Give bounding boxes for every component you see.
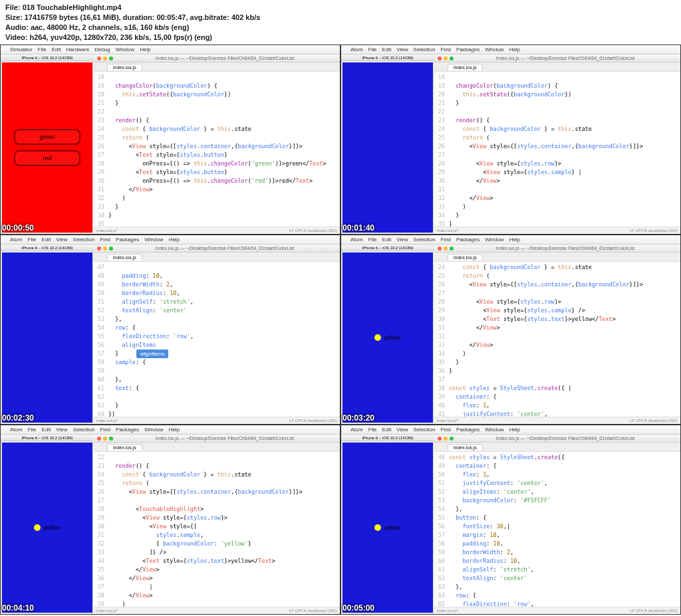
frame-1: Simulator File Edit Hardware Debug Windo… [0,45,340,235]
simulator-window: iPhone 6 – iOS 10.2 (14C89) [341,54,434,234]
sim-title: iPhone 6 – iOS 10.2 (14C89) [1,54,94,61]
editor-window: Index.ios.js — ~/Desktop/Exercise Files/… [94,54,340,234]
menubar[interactable]: AtomFileEditViewSelectionFindPackagesWin… [341,45,680,54]
green-button[interactable]: green [14,129,80,145]
red-button[interactable]: red [14,150,80,166]
frame-4: AtomFileEditViewSelectionFindPackagesWin… [340,235,681,425]
autocomplete-popup[interactable]: alignItems [136,350,168,358]
phone-screen[interactable]: green red [2,62,92,233]
size-line: Size: 17416759 bytes (16,61 MiB), durati… [5,13,676,23]
editor-title: Index.ios.js — ~/Desktop/Exercise Files/… [113,56,337,60]
file-info-header: File: 018 TouchableHighlight.mp4 Size: 1… [0,0,681,45]
phone-screen[interactable] [342,62,433,233]
menubar[interactable]: Simulator File Edit Hardware Debug Windo… [1,45,340,54]
code-area[interactable]: 1819 changeColor(backgroundColor) {20 th… [94,72,340,227]
frame-6: AtomFileEditViewSelectionFindPackagesWin… [340,425,681,615]
file-tab[interactable]: index.ios.js [107,64,142,70]
audio-line: Audio: aac, 48000 Hz, 2 channels, s16, 1… [5,23,676,33]
color-sample [374,524,381,531]
thumbnail-grid: Simulator File Edit Hardware Debug Windo… [0,45,681,615]
color-sample [374,334,381,341]
color-sample [34,524,41,531]
video-line: Video: h264, yuv420p, 1280x720, 236 kb/s… [5,33,676,43]
simulator-window: iPhone 6 – iOS 10.2 (14C89) green red [1,54,94,234]
frame-2: AtomFileEditViewSelectionFindPackagesWin… [340,45,681,235]
color-label: yellow [384,334,400,341]
timestamp: 00:00:50 [2,223,34,233]
file-line: File: 018 TouchableHighlight.mp4 [5,3,676,13]
frame-5: AtomFileEditViewSelectionFindPackagesWin… [0,425,340,615]
frame-3: AtomFileEditViewSelectionFindPackagesWin… [0,235,340,425]
